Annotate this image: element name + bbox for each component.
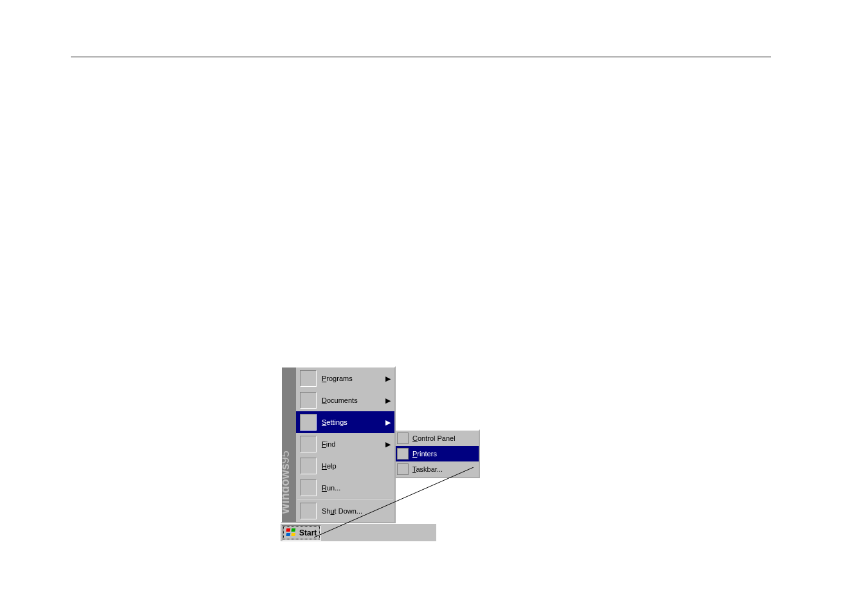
control-panel-icon [397,433,409,444]
start-menu-item-help[interactable]: Help [296,455,394,477]
start-menu-list: Programs ▶ Documents ▶ Settings ▶ Find ▶ [296,367,394,522]
submenu-item-label: Taskbar... [412,465,443,473]
start-menu-item-label: Settings [322,418,347,426]
start-menu-item-find[interactable]: Find ▶ [296,433,394,455]
start-menu-item-label: Documents [322,396,358,404]
start-menu-item-label: Help [322,462,337,470]
submenu-item-label: Printers [412,450,437,458]
submenu-item-printers[interactable]: Printers [393,446,479,461]
start-button[interactable]: Start [282,525,321,541]
find-icon [300,436,317,452]
submenu-arrow-icon: ▶ [385,440,391,449]
settings-submenu: Control Panel Printers Taskbar... [392,429,480,478]
taskbar-icon [397,463,409,475]
programs-icon [300,370,317,387]
start-menu-brand-strip: Windows95 [282,367,296,522]
start-menu-item-label: Programs [322,375,353,382]
start-menu-item-shutdown[interactable]: Shut Down... [296,500,394,522]
submenu-arrow-icon: ▶ [385,375,391,383]
printers-icon [397,448,409,460]
start-menu-item-label: Find [322,440,335,448]
help-icon [300,458,317,474]
submenu-item-label: Control Panel [412,434,456,442]
start-menu-item-run[interactable]: Run... [296,477,394,499]
shutdown-icon [300,503,317,519]
start-menu-item-programs[interactable]: Programs ▶ [296,367,394,389]
svg-text:Windows95: Windows95 [282,451,291,514]
submenu-arrow-icon: ▶ [385,396,391,405]
run-icon [300,479,317,496]
start-button-label: Start [299,528,317,537]
settings-icon [300,414,317,431]
start-menu: Windows95 Programs ▶ Documents ▶ Setting… [281,366,396,523]
start-menu-screenshot: Control Panel Printers Taskbar... Window… [281,359,436,541]
windows-logo-icon [286,528,297,537]
start-menu-item-settings[interactable]: Settings ▶ [296,411,394,433]
windows95-brand-text: Windows95 [282,428,295,518]
taskbar: Start [281,523,436,541]
submenu-arrow-icon: ▶ [385,418,391,427]
start-menu-item-documents[interactable]: Documents ▶ [296,389,394,411]
documents-icon [300,392,317,409]
start-menu-item-label: Run... [322,484,340,492]
submenu-item-control-panel[interactable]: Control Panel [393,431,479,446]
page-rule [71,57,771,57]
submenu-item-taskbar[interactable]: Taskbar... [393,461,479,477]
start-menu-item-label: Shut Down... [322,507,362,515]
